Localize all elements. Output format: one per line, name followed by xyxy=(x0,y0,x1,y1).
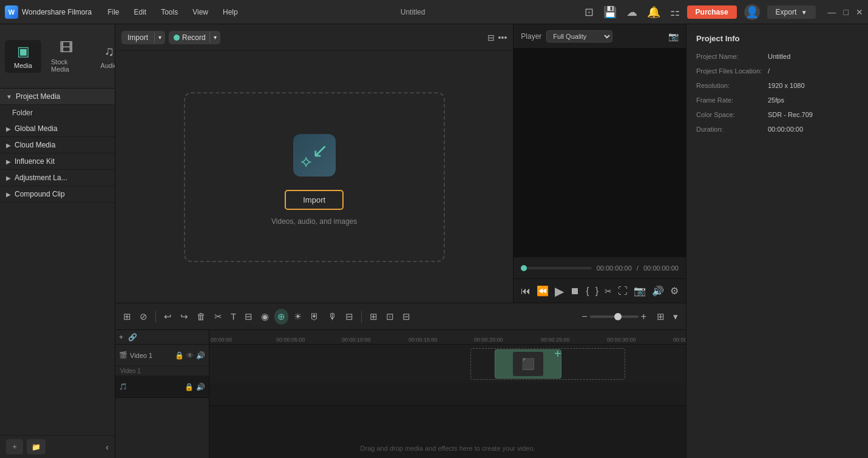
purchase-button[interactable]: Purchase xyxy=(687,5,737,19)
video1-mute-icon[interactable]: 🔊 xyxy=(196,351,205,360)
video1-label: Video 1 xyxy=(115,366,209,376)
sidebar-item-influence-kit[interactable]: ▶ Influence Kit xyxy=(0,153,115,170)
mark-out-button[interactable]: } xyxy=(595,286,598,297)
clip-button[interactable]: ✂ xyxy=(605,286,612,296)
skip-back-button[interactable]: ⏮ xyxy=(521,286,531,297)
add-media-button[interactable]: ＋ xyxy=(6,439,23,454)
menu-help[interactable]: Help xyxy=(217,5,244,19)
more-options-icon[interactable]: ••• xyxy=(498,33,507,42)
sidebar-item-project-media[interactable]: ▼ Project Media xyxy=(0,89,115,105)
speed-button[interactable]: ☀ xyxy=(291,309,305,325)
save-icon[interactable]: 💾 xyxy=(603,5,617,19)
multicam-button[interactable]: ⊞ xyxy=(367,309,381,325)
pip-button[interactable]: ⊡ xyxy=(383,309,397,325)
record-button[interactable]: Record xyxy=(182,31,209,44)
timeline-tracks: ⬛ + Drag and drop media and ef xyxy=(209,345,686,458)
volume-button[interactable]: 🔊 xyxy=(652,285,664,297)
compound-clip-arrow-icon: ▶ xyxy=(6,191,11,198)
ai-button[interactable]: ⊕ xyxy=(274,309,288,325)
sidebar-item-cloud-media[interactable]: ▶ Cloud Media xyxy=(0,137,115,153)
title-controls: ⊡ 💾 ☁ 🔔 ⚏ Purchase 👤 Export ▼ — □ ✕ xyxy=(582,4,863,20)
crop-button[interactable]: ⊟ xyxy=(242,309,256,325)
more-timeline-button[interactable]: ▾ xyxy=(670,309,681,325)
zoom-thumb[interactable] xyxy=(614,313,622,320)
fullscreen-button[interactable]: ⛶ xyxy=(618,286,628,297)
tab-media[interactable]: ▣ Media xyxy=(5,40,41,73)
close-button[interactable]: ✕ xyxy=(856,7,863,17)
progress-handle[interactable] xyxy=(521,265,527,271)
video1-track-header: 🎬 Video 1 🔒 👁 🔊 xyxy=(115,345,209,366)
minimize-button[interactable]: — xyxy=(828,7,836,17)
cloud-media-arrow-icon: ▶ xyxy=(6,142,11,149)
notification-icon[interactable]: 🔔 xyxy=(647,5,660,19)
quality-select[interactable]: Full Quality Half Quality Quarter Qualit… xyxy=(546,30,612,42)
stop-button[interactable]: ⏹ xyxy=(570,286,580,297)
cloud-upload-icon[interactable]: ☁ xyxy=(626,5,637,19)
shield-button[interactable]: ⛨ xyxy=(307,309,322,324)
snapshot-icon[interactable]: 📷 xyxy=(668,32,679,41)
import-button[interactable]: Import xyxy=(121,31,154,44)
cut-button[interactable]: ✂ xyxy=(211,309,225,325)
monitor-icon[interactable]: ⊡ xyxy=(585,5,594,19)
split-button[interactable]: ⊟ xyxy=(399,309,413,325)
mark-in-button[interactable]: { xyxy=(586,286,589,297)
grid-icon[interactable]: ⚏ xyxy=(670,5,680,19)
export-button[interactable]: Export ▼ xyxy=(767,5,816,19)
timeline-header-spacer: + 🔗 xyxy=(115,330,209,345)
menu-edit[interactable]: Edit xyxy=(128,5,153,19)
resolution-label: Resolution: xyxy=(696,82,763,89)
progress-bar[interactable] xyxy=(521,267,591,269)
record-dropdown-arrow[interactable]: ▾ xyxy=(209,32,220,43)
window-title: Untitled xyxy=(244,8,582,16)
audio1-num: 🎵 xyxy=(119,383,127,391)
video1-lock-icon[interactable]: 🔒 xyxy=(175,351,184,360)
menu-file[interactable]: File xyxy=(101,5,125,19)
filter-icon[interactable]: ⊟ xyxy=(487,33,495,42)
menu-tools[interactable]: Tools xyxy=(155,5,184,19)
link-button[interactable]: 🔗 xyxy=(128,333,137,342)
user-avatar[interactable]: 👤 xyxy=(744,4,760,20)
timeline-toolbar: ⊞ ⊘ ↩ ↪ 🗑 ✂ T ⊟ ◉ ⊕ ☀ ⛨ 🎙 ⊟ ⊞ ⊡ ⊟ xyxy=(115,303,686,330)
redo-button[interactable]: ↪ xyxy=(177,309,191,325)
add-clip-button[interactable]: + xyxy=(554,347,561,361)
adjustment-layer-arrow-icon: ▶ xyxy=(6,175,11,181)
sidebar-item-adjustment-layer[interactable]: ▶ Adjustment La... xyxy=(0,170,115,186)
caption-button[interactable]: ⊟ xyxy=(342,309,356,325)
grid-view-button[interactable]: ⊞ xyxy=(654,309,668,325)
global-media-arrow-icon: ▶ xyxy=(6,126,11,132)
mic-button[interactable]: 🎙 xyxy=(325,309,340,324)
collapse-panel-button[interactable]: ‹ xyxy=(106,439,109,454)
add-track-button[interactable]: + xyxy=(119,333,123,342)
scene-detection-button[interactable]: ⊞ xyxy=(120,309,134,325)
delete-button[interactable]: 🗑 xyxy=(194,309,209,324)
step-back-button[interactable]: ⏪ xyxy=(537,285,549,297)
settings-button[interactable]: ⚙ xyxy=(670,285,679,297)
sidebar-footer: ＋ 📁 ‹ xyxy=(0,435,115,458)
audio1-mute-icon[interactable]: 🔊 xyxy=(196,383,205,391)
sidebar-item-global-media[interactable]: ▶ Global Media xyxy=(0,121,115,137)
drop-zone-import-button[interactable]: Import xyxy=(285,190,344,210)
undo-button[interactable]: ↩ xyxy=(161,309,175,325)
magnet-button[interactable]: ⊘ xyxy=(137,309,151,325)
video1-eye-icon[interactable]: 👁 xyxy=(186,351,194,360)
color-button[interactable]: ◉ xyxy=(258,309,272,325)
audio1-lock-icon[interactable]: 🔒 xyxy=(185,383,194,391)
tab-audio[interactable]: ♫ Audio xyxy=(91,40,115,73)
zoom-in-button[interactable]: + xyxy=(641,311,646,322)
sidebar-item-folder[interactable]: Folder xyxy=(0,105,115,121)
camera-button[interactable]: 📷 xyxy=(634,285,646,297)
folder-button[interactable]: 📁 xyxy=(27,439,46,454)
project-files-row: Project Files Location: / xyxy=(696,67,858,75)
zoom-track[interactable] xyxy=(590,315,639,318)
ruler-mark-0: 00:00:00 xyxy=(211,337,232,343)
ruler-mark-3: 00:00:15:00 xyxy=(409,337,438,343)
text-button[interactable]: T xyxy=(228,309,239,324)
play-button[interactable]: ▶ xyxy=(555,284,564,298)
maximize-button[interactable]: □ xyxy=(844,7,849,17)
zoom-out-button[interactable]: − xyxy=(581,311,587,322)
record-dot-icon xyxy=(174,35,180,41)
tab-stock-media[interactable]: 🎞 Stock Media xyxy=(45,36,87,76)
import-dropdown-arrow[interactable]: ▾ xyxy=(154,32,165,43)
menu-view[interactable]: View xyxy=(186,5,214,19)
sidebar-item-compound-clip[interactable]: ▶ Compound Clip xyxy=(0,186,115,203)
